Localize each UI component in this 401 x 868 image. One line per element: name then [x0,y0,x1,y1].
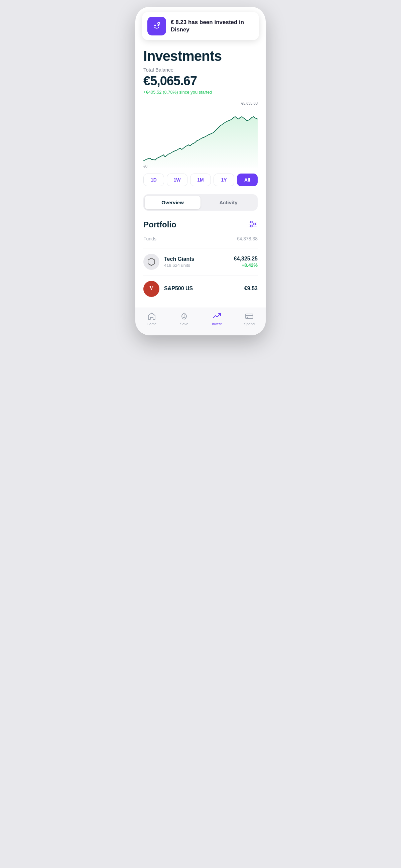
fund-units-tech-giants: 419.624 units [164,263,229,268]
fund-info-sp500: S&P500 US [164,285,240,292]
svg-text:V: V [149,285,154,291]
svg-point-0 [151,20,163,32]
time-btn-1d[interactable]: 1D [143,174,164,186]
nav-save[interactable]: Save [168,312,201,326]
notification-text: € 8.23 has been invested in Disney [171,19,254,33]
fund-values-tech-giants: €4,325.25 +8.42% [234,256,258,268]
svg-point-5 [159,23,159,23]
page-title: Investments [143,48,258,64]
time-btn-1w[interactable]: 1W [167,174,188,186]
chart-min-label: €0 [143,164,147,168]
funds-header: Funds €4,378.38 [143,236,258,243]
svg-point-10 [254,223,256,225]
portfolio-title: Portfolio [143,220,176,229]
funds-total: €4,378.38 [237,236,258,241]
app-icon [147,17,166,35]
fund-item-tech-giants[interactable]: Tech Giants 419.624 units €4,325.25 +8.4… [143,248,258,275]
chart-max-label: €5,635.63 [241,101,258,105]
balance-amount: €5,065.67 [143,74,258,88]
balance-change: +€405.52 (8.78%) since you started [143,90,258,95]
main-content: Investments Total Balance €5,065.67 +€40… [135,40,266,302]
chart-svg [143,107,258,167]
fund-amount-tech-giants: €4,325.25 [234,256,258,262]
nav-invest[interactable]: Invest [201,312,233,326]
fund-name-sp500: S&P500 US [164,285,240,291]
fund-amount-sp500: €9.53 [244,285,258,291]
time-btn-1y[interactable]: 1Y [213,174,234,186]
balance-label: Total Balance [143,67,258,72]
bottom-nav: Home Save Invest Spend [135,308,266,335]
fund-logo-tech-giants [143,254,159,270]
time-periods: 1D 1W 1M 1Y All [143,174,258,186]
nav-home-label: Home [147,322,156,326]
nav-save-label: Save [180,322,189,326]
nav-spend[interactable]: Spend [233,312,266,326]
fund-logo-sp500: V [143,281,159,297]
time-btn-all[interactable]: All [237,174,258,186]
svg-point-11 [250,225,252,227]
funds-label: Funds [143,236,156,241]
svg-point-9 [250,221,252,223]
filter-icon[interactable] [248,220,258,229]
svg-rect-15 [246,317,248,318]
fund-name-tech-giants: Tech Giants [164,256,229,262]
time-btn-1m[interactable]: 1M [190,174,211,186]
fund-item-sp500[interactable]: V S&P500 US €9.53 [143,275,258,302]
svg-rect-13 [245,314,253,319]
phone-frame: € 8.23 has been invested in Disney Inves… [135,7,266,335]
chart-container: €5,635.63 €0 [143,101,258,168]
notification-banner[interactable]: € 8.23 has been invested in Disney [142,12,259,40]
fund-values-sp500: €9.53 [244,285,258,292]
fund-change-tech-giants: +8.42% [234,262,258,268]
nav-spend-label: Spend [244,322,255,326]
svg-point-2 [158,25,159,26]
nav-invest-label: Invest [212,322,222,326]
nav-home[interactable]: Home [135,312,168,326]
fund-info-tech-giants: Tech Giants 419.624 units [164,256,229,268]
tab-activity[interactable]: Activity [201,195,256,209]
portfolio-header: Portfolio [143,220,258,229]
tab-overview[interactable]: Overview [145,195,201,209]
svg-point-1 [155,25,156,26]
view-tabs: Overview Activity [143,194,258,211]
